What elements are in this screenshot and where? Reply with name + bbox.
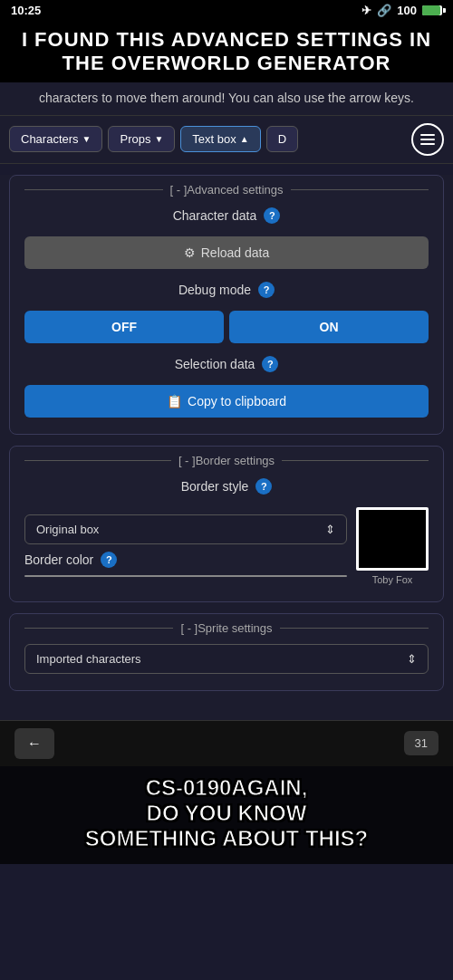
border-divider-line-left	[24, 460, 171, 461]
battery-fill	[422, 5, 440, 15]
border-color-row: Border color ?	[24, 552, 347, 568]
border-divider-line-right	[282, 460, 429, 461]
textbox-label: Text box	[192, 132, 236, 146]
main-content: [ - ]Advanced settings Character data ? …	[0, 175, 453, 720]
character-data-help-icon[interactable]: ?	[264, 207, 280, 224]
border-style-help-icon[interactable]: ?	[255, 478, 272, 495]
time-label: 10:25	[11, 4, 41, 17]
copy-icon: 📋	[167, 394, 182, 408]
battery-icon	[422, 5, 442, 15]
textbox-chevron-icon: ▲	[240, 134, 249, 144]
hamburger-icon	[420, 134, 435, 145]
selection-data-label: Selection data	[175, 357, 255, 371]
advanced-settings-divider: [ - ]Advanced settings	[10, 176, 443, 200]
divider-line-left	[24, 189, 163, 190]
imported-characters-label: Imported characters	[36, 652, 141, 666]
copy-clipboard-button[interactable]: 📋 Copy to clipboard	[24, 385, 429, 418]
debug-mode-help-icon[interactable]: ?	[258, 282, 275, 298]
toolbar: Characters ▼ Props ▼ Text box ▲ D	[0, 116, 453, 164]
d-button[interactable]: D	[266, 126, 298, 152]
selection-data-row: Selection data ?	[10, 349, 443, 380]
d-label: D	[278, 132, 286, 146]
debug-toggle-row: OFF ON	[24, 311, 429, 343]
sprite-select-arrows-icon: ⇕	[407, 652, 417, 666]
border-preview-box	[356, 507, 429, 571]
props-label: Props	[120, 132, 150, 146]
counter-value: 31	[415, 736, 428, 750]
border-settings-divider: [ - ]Border settings	[10, 447, 443, 471]
plane-icon: ✈	[361, 4, 371, 17]
border-color-label: Border color	[24, 552, 93, 567]
link-icon: 🔗	[377, 4, 391, 17]
reload-label: Reload data	[201, 245, 270, 260]
instruction-text: characters to move them around! You can …	[39, 91, 414, 105]
imported-characters-select[interactable]: Imported characters ⇕	[24, 644, 429, 674]
menu-button[interactable]	[411, 123, 444, 156]
back-icon: ←	[27, 735, 42, 751]
reload-data-button[interactable]: ⚙ Reload data	[24, 236, 429, 269]
border-settings-panel: [ - ]Border settings Border style ? Orig…	[9, 446, 444, 602]
border-settings-label: [ - ]Border settings	[178, 454, 275, 467]
props-chevron-icon: ▼	[154, 134, 163, 144]
bottom-bar: ← 31	[0, 720, 453, 766]
reload-icon: ⚙	[184, 245, 196, 260]
border-style-row: Border style ?	[10, 471, 443, 502]
counter-display: 31	[404, 731, 439, 755]
status-bar-right: ✈ 🔗 100	[361, 4, 442, 17]
sprite-settings-panel: [ - ]Sprite settings Imported characters…	[9, 613, 444, 691]
debug-mode-row: Debug mode ?	[10, 274, 443, 305]
textbox-button[interactable]: Text box ▲	[180, 126, 260, 152]
debug-off-button[interactable]: OFF	[24, 311, 224, 343]
sprite-divider-line-right	[280, 628, 429, 629]
original-box-label: Original box	[36, 523, 99, 536]
status-bar: 10:25 ✈ 🔗 100	[0, 0, 453, 21]
border-style-label: Border style	[181, 479, 249, 494]
debug-on-button[interactable]: ON	[229, 311, 429, 343]
instruction-banner: characters to move them around! You can …	[0, 82, 453, 116]
border-color-help-icon[interactable]: ?	[101, 552, 117, 568]
characters-chevron-icon: ▼	[82, 134, 92, 144]
border-style-select-row: Original box ⇕ Border color ? Toby Fox	[10, 502, 443, 591]
advanced-settings-panel: [ - ]Advanced settings Character data ? …	[9, 175, 444, 435]
border-color-input[interactable]	[24, 575, 347, 577]
advanced-settings-label: [ - ]Advanced settings	[170, 183, 284, 197]
divider-line-right	[291, 189, 429, 190]
meme-overlay-top: I FOUND THIS ADVANCED SETTINGS IN THE OV…	[0, 21, 453, 82]
sprite-divider-line-left	[24, 628, 173, 629]
meme-text-top: I FOUND THIS ADVANCED SETTINGS IN THE OV…	[0, 21, 453, 82]
props-button[interactable]: Props ▼	[108, 126, 175, 152]
back-button[interactable]: ←	[14, 728, 54, 759]
debug-mode-label: Debug mode	[178, 283, 251, 297]
original-box-select[interactable]: Original box ⇕	[24, 514, 347, 544]
character-data-label: Character data	[173, 208, 257, 223]
characters-label: Characters	[21, 132, 79, 146]
character-data-row: Character data ?	[10, 200, 443, 231]
characters-button[interactable]: Characters ▼	[9, 126, 102, 152]
toby-fox-label: Toby Fox	[372, 574, 413, 585]
select-arrows-icon: ⇕	[325, 523, 335, 536]
selection-data-help-icon[interactable]: ?	[262, 356, 278, 372]
battery-label: 100	[397, 4, 417, 17]
sprite-settings-divider: [ - ]Sprite settings	[10, 614, 443, 639]
meme-overlay-bottom: CS-0190AGAIN, DO YOU KNOW SOMETHING ABOU…	[0, 766, 453, 864]
copy-label: Copy to clipboard	[188, 394, 286, 408]
sprite-settings-label: [ - ]Sprite settings	[180, 621, 272, 635]
